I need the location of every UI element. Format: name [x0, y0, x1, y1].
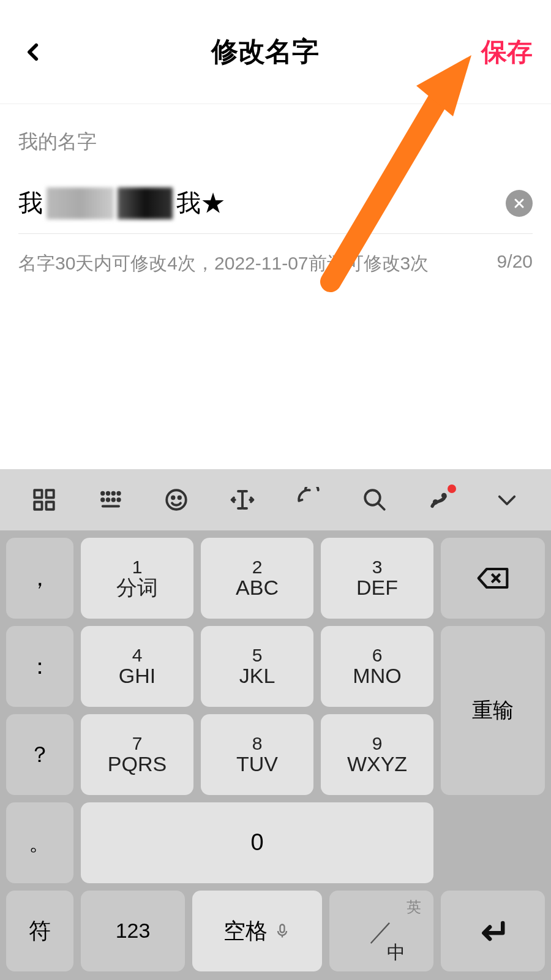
- header: 修改名字 保存: [0, 0, 551, 104]
- notification-dot: [448, 484, 456, 493]
- form-body: 我的名字 我 我★ 名字30天内可修改4次，2022-11-07前还可修改3次 …: [0, 104, 551, 276]
- svg-rect-6: [34, 502, 42, 510]
- svg-point-13: [107, 499, 110, 501]
- backspace-icon: [476, 566, 509, 590]
- keyboard-emoji-icon[interactable]: [160, 483, 193, 516]
- svg-rect-26: [280, 925, 285, 933]
- name-text-prefix: 我: [18, 186, 43, 220]
- name-input-row[interactable]: 我 我★: [18, 186, 533, 234]
- keyboard-settings-icon[interactable]: [424, 483, 457, 516]
- lang-en: 英: [407, 899, 421, 914]
- chevron-left-icon: [23, 42, 44, 62]
- keyboard-apps-icon[interactable]: [28, 483, 61, 516]
- key-123[interactable]: 123: [81, 891, 185, 971]
- name-text-suffix: 我★: [176, 186, 225, 220]
- field-label: 我的名字: [18, 129, 533, 156]
- keyboard-layout-icon[interactable]: [94, 483, 127, 516]
- svg-point-14: [113, 499, 115, 501]
- enter-icon: [477, 915, 509, 947]
- keyboard-toolbar: [0, 469, 551, 530]
- key-1[interactable]: 1分词: [81, 538, 193, 619]
- svg-rect-4: [34, 490, 42, 497]
- clear-button[interactable]: [506, 190, 533, 217]
- svg-rect-5: [47, 490, 54, 497]
- info-row: 名字30天内可修改4次，2022-11-07前还可修改3次 9/20: [18, 251, 533, 276]
- char-counter: 9/20: [497, 251, 533, 276]
- keyboard: ， 1分词 2ABC 3DEF ： 4GHI 5JKL 6MNO 重输 ？ 7P…: [0, 469, 551, 980]
- key-5[interactable]: 5JKL: [201, 626, 313, 707]
- svg-rect-7: [47, 502, 54, 510]
- svg-point-15: [118, 499, 120, 501]
- key-enter[interactable]: [441, 891, 545, 971]
- key-period[interactable]: 。: [6, 802, 73, 883]
- svg-point-17: [167, 490, 186, 510]
- svg-point-23: [441, 493, 447, 499]
- key-2[interactable]: 2ABC: [201, 538, 313, 619]
- key-7[interactable]: 7PQRS: [81, 714, 193, 795]
- keyboard-cursor-icon[interactable]: [226, 483, 259, 516]
- key-3[interactable]: 3DEF: [321, 538, 433, 619]
- key-symbol[interactable]: 符: [6, 891, 73, 971]
- svg-point-12: [102, 499, 104, 501]
- svg-point-8: [102, 492, 104, 495]
- key-8[interactable]: 8TUV: [201, 714, 313, 795]
- mic-icon: [274, 922, 291, 940]
- page-title: 修改名字: [211, 34, 319, 70]
- censored-segment: [47, 187, 114, 219]
- key-retype[interactable]: 重输: [441, 626, 545, 795]
- svg-point-22: [433, 499, 438, 505]
- svg-point-19: [179, 497, 181, 499]
- svg-point-10: [113, 492, 115, 495]
- key-question[interactable]: ？: [6, 714, 73, 795]
- name-input[interactable]: 我 我★: [18, 186, 506, 220]
- back-button[interactable]: [18, 37, 49, 67]
- key-6[interactable]: 6MNO: [321, 626, 433, 707]
- keyboard-search-icon[interactable]: [358, 483, 391, 516]
- key-4[interactable]: 4GHI: [81, 626, 193, 707]
- save-button[interactable]: 保存: [481, 35, 533, 69]
- svg-point-9: [107, 492, 110, 495]
- svg-line-21: [378, 503, 384, 510]
- key-language[interactable]: 英 ／ 中: [329, 891, 433, 971]
- censored-segment: [118, 187, 173, 219]
- keyboard-collapse-icon[interactable]: [490, 483, 523, 516]
- key-space[interactable]: 空格: [192, 891, 322, 971]
- key-9[interactable]: 9WXYZ: [321, 714, 433, 795]
- svg-point-11: [118, 492, 120, 495]
- key-comma[interactable]: ，: [6, 538, 73, 619]
- svg-point-18: [172, 497, 174, 499]
- key-0[interactable]: 0: [81, 802, 433, 883]
- key-backspace[interactable]: [441, 538, 545, 619]
- key-colon[interactable]: ：: [6, 626, 73, 707]
- close-icon: [513, 197, 525, 209]
- hint-text: 名字30天内可修改4次，2022-11-07前还可修改3次: [18, 251, 429, 276]
- lang-zh: 中: [387, 943, 405, 962]
- keyboard-clipboard-icon[interactable]: [292, 483, 325, 516]
